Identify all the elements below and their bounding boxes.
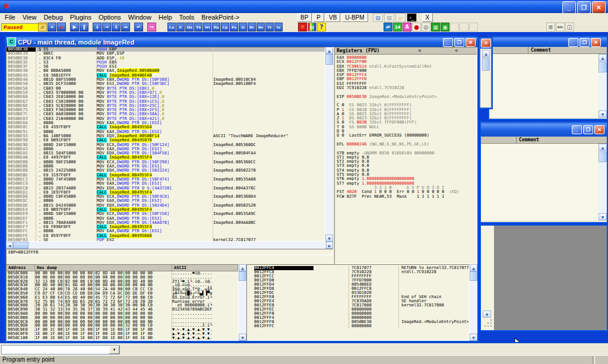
disasm-row[interactable]: 0050BE3E.53PUSH EBX [7, 61, 325, 65]
disasm-row[interactable]: 0050BE38$55PUSH EBP [7, 48, 325, 52]
scroll-up-icon[interactable]: ▲ [470, 264, 477, 271]
menu-file[interactable]: File [1, 13, 19, 22]
pane-button-ln[interactable]: Ln [167, 23, 176, 31]
cpu-close-button[interactable]: ✕ [466, 38, 476, 47]
cpu-restore-button[interactable]: ❐ [454, 38, 464, 47]
side-a-content[interactable]: ▲ ▼ [489, 54, 607, 118]
disasm-vscrollbar[interactable]: ▲ ▼ [325, 47, 333, 242]
side-a-close-button[interactable]: ✕ [591, 38, 601, 47]
disasm-scroll-thumb[interactable] [325, 54, 333, 65]
pane-button-br[interactable]: Br [248, 23, 256, 31]
screen-button[interactable]: ▣ [441, 23, 449, 31]
menu-view[interactable]: View [19, 13, 40, 22]
side-b-maximize-button[interactable]: ❐ [583, 125, 593, 134]
disasm-row[interactable]: 0050BEFE.E8 8597F8FFCALL ImageRed.004956… [7, 234, 325, 238]
appearance-button[interactable]: ▤ [308, 23, 316, 31]
stack-row[interactable]: 0012FFFC00000000 [247, 324, 469, 328]
pane-button-tr[interactable]: Tr [265, 23, 274, 31]
menu-debug[interactable]: Debug [40, 13, 66, 22]
pane-button-e[interactable]: E [176, 23, 185, 31]
side-b-minimize-button[interactable]: _ [572, 125, 582, 134]
side-b-vscrollbar[interactable]: ▲ ▼ [598, 144, 607, 220]
menu-help[interactable]: Help [155, 13, 176, 22]
scroll-up-icon[interactable]: ▲ [239, 264, 246, 271]
fingerprint-button[interactable]: ◎ [422, 23, 430, 31]
dump-vscrollbar[interactable]: ▲ ▼ [239, 264, 246, 341]
plugin-a-button[interactable]: A [403, 23, 411, 31]
side-b-scroll-thumb[interactable] [598, 151, 607, 162]
disasm-row[interactable]: 0050BEF7.E8 F896F8FFCALL ImageRed.004955… [7, 225, 325, 229]
pane-button-th[interactable]: Th [194, 23, 202, 31]
go-to-address-button[interactable]: ↪ [147, 23, 156, 31]
side-window-c[interactable]: ▼ [480, 224, 608, 331]
command-combo[interactable]: ▼ [1, 345, 120, 354]
menu-breakpoint[interactable]: BreakPoint-> [198, 13, 243, 22]
scroll-up-icon[interactable]: ▲ [325, 47, 333, 54]
close-program-button[interactable]: × [57, 23, 66, 31]
disassembly-pane[interactable]: 0050BE38$55PUSH EBP0050BE39.8BECMOV EBP,… [6, 47, 325, 242]
stack-pane[interactable]: 0012FFC47C817077RETURN to kernel32.7C817… [246, 264, 470, 341]
disasm-row[interactable]: 0050BEB0.8B0D 98F25000MOV ECX,DWORD PTR … [7, 160, 325, 164]
pause-button[interactable]: ∥ [80, 23, 88, 31]
menu-plugins[interactable]: Plugins [66, 13, 95, 22]
menu-tools[interactable]: Tools [176, 13, 198, 22]
side-window-b-titlebar[interactable]: _ ❐ ✕ [481, 122, 607, 137]
bp-toolbar-p-button[interactable]: P [313, 13, 324, 22]
minimize-button[interactable]: _ [562, 1, 576, 14]
red-ball-button[interactable]: ● [412, 23, 421, 31]
bp-toolbar-vb-button[interactable]: VB [325, 13, 340, 22]
document-icon-button[interactable]: ▤ [384, 13, 394, 22]
stack-vscrollbar[interactable]: ▲ ▼ [470, 264, 477, 341]
step-into-button[interactable]: ↓ [93, 23, 102, 31]
registers-pane[interactable]: Registers (FPU) < < EAX 00000000ECX 0012… [334, 47, 477, 264]
pane-button-ha[interactable]: Ha [212, 23, 220, 31]
menu-window[interactable]: Window [125, 13, 155, 22]
side-b-content[interactable]: ▲ ▼ [481, 144, 607, 220]
pane-button-wi[interactable]: Wi [203, 23, 211, 31]
step-over-button[interactable]: → [102, 23, 111, 31]
scroll-up-icon[interactable]: ▲ [482, 50, 490, 57]
cpu-window[interactable]: C CPU - main thread, module ImageRed _ ❐… [5, 36, 479, 342]
pane-button-me[interactable]: Me [185, 23, 194, 31]
disasm-row[interactable]: 0050BED6.8B0D C8F45000MOV ECX,DWORD PTR … [7, 195, 325, 199]
restore-button[interactable]: ❐ [577, 1, 591, 14]
combo-dropdown-icon[interactable]: ▼ [109, 346, 119, 354]
register-line[interactable]: FCW 027F Prec NEAR,53 Mask 1 1 1 1 1 1 [337, 195, 477, 199]
console-icon-button[interactable]: ›_ [407, 13, 417, 22]
scroll-down-icon[interactable]: ▼ [239, 334, 246, 341]
pane-button-re[interactable]: Re [256, 23, 265, 31]
bp-toolbar-u-bpm-button[interactable]: U-BPM [341, 13, 368, 22]
side-window-b[interactable]: _ ❐ ✕ Comment ▲ ▼ [480, 121, 608, 223]
side-a-vscrollbar[interactable]: ▲ ▼ [598, 54, 607, 118]
disasm-row[interactable]: 0050BEC3.8B0D 74F45000MOV ECX,DWORD PTR … [7, 178, 325, 182]
animate-over-button[interactable]: ⇒ [121, 23, 130, 31]
pane-button-pa[interactable]: Pa [230, 23, 238, 31]
swap-arrows-button[interactable]: ⇄ [384, 23, 392, 31]
options-gear-button[interactable]: ☼ [298, 23, 307, 31]
side-window-a-titlebar[interactable]: _ ❐ ✕ [489, 37, 607, 47]
bp-toolbar-close-button[interactable]: X [422, 13, 433, 22]
animate-into-button[interactable]: ⇓ [112, 23, 121, 31]
dump-scroll-thumb[interactable] [239, 271, 246, 281]
scroll-down-icon[interactable]: ▼ [598, 110, 607, 118]
plugin-14-button[interactable]: 14 [393, 23, 402, 31]
open-file-button[interactable]: ▱ [38, 23, 47, 31]
disasm-hscrollbar[interactable]: ◀ ▶ [6, 242, 333, 249]
disasm-hscroll-thumb[interactable] [13, 242, 28, 249]
command-input[interactable] [2, 346, 109, 354]
help-button[interactable]: ? [317, 23, 326, 31]
execute-till-return-button[interactable]: ↵ [134, 23, 143, 31]
disasm-row[interactable]: 0050BEE9.8B0D 58F15000MOV ECX,DWORD PTR … [7, 212, 325, 216]
stack-scroll-thumb[interactable] [470, 271, 477, 281]
resize-grip[interactable] [483, 319, 492, 328]
scroll-up-icon[interactable]: ▲ [598, 144, 607, 151]
list-view-button-2[interactable]: ≔ [556, 23, 565, 31]
pane-button-sr[interactable]: Sr [274, 23, 283, 31]
pane-button-st[interactable]: St [239, 23, 247, 31]
scroll-down-icon[interactable]: ▼ [483, 311, 491, 318]
registers-nav-arrows[interactable]: < < [419, 48, 473, 54]
side-a-scroll-thumb[interactable] [598, 62, 607, 72]
pane-button-cp[interactable]: Cp [221, 23, 229, 31]
scroll-left-icon[interactable]: ◀ [6, 242, 13, 249]
partial-window-fragment[interactable]: ✕ ▲ [479, 37, 493, 109]
